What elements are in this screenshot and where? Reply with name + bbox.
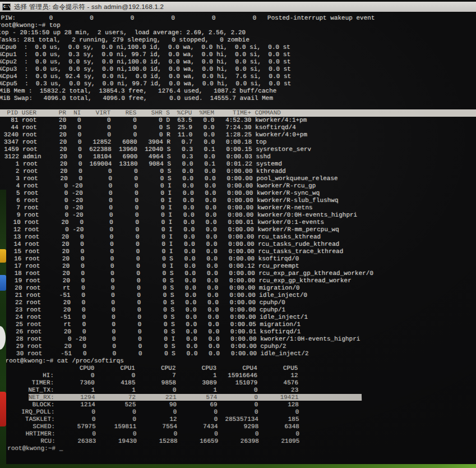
terminal-line: 3347 root 20 0 12852 6080 3904 R 0.7 0.0… — [0, 139, 476, 146]
terminal-line: TASKLET: 0 0 12 0 285357134 185 — [7, 416, 476, 423]
cmd-icon: C:\ — [2, 3, 11, 11]
terminal-line: 3 root 20 0 0 0 0 S 0.0 0.0 0:00.00 pool… — [1, 175, 476, 182]
terminal-line: 28 root 0 -20 0 0 0 I 0.0 0.0 0:00.00 kw… — [4, 336, 476, 343]
terminal-line: 18 root 20 0 0 0 0 S 0.0 0.0 0:00.00 rcu… — [3, 270, 476, 277]
terminal-line: SCHED: 57975 159811 7554 7434 9298 6348 — [7, 423, 476, 430]
terminal-line: 44 root 20 0 0 0 0 S 25.9 0.0 7:24.30 ks… — [0, 124, 476, 131]
terminal-line: BLOCK: 1214 525 90 69 0 128 — [6, 401, 476, 409]
terminal-line: Tasks: 281 total, 2 running, 279 sleepin… — [0, 36, 476, 44]
desktop-item-yellow-icon — [0, 249, 6, 263]
terminal-line: HI: 0 0 7 1 15916646 12 — [6, 372, 476, 379]
terminal-line: PIW: 0 0 0 0 0 0 Posted-interrupt wakeup… — [0, 15, 476, 22]
window-title: 选择 管理员: 命令提示符 - ssh admin@192.168.1.2 — [14, 3, 164, 11]
terminal-line: top - 20:15:50 up 28 min, 2 users, load … — [0, 29, 476, 36]
terminal-line: MiB Swap: 4096.0 total, 4096.0 free, 0.0… — [0, 95, 476, 102]
desktop-item-white-circle-icon — [0, 326, 6, 350]
terminal-output: PIW: 0 0 0 0 0 0 Posted-interrupt wakeup… — [0, 15, 476, 452]
screen-photo: { "window": { "title": "选择 管理员: 命令提示符 - … — [0, 0, 476, 468]
terminal-line: 15 root 20 0 0 0 0 I 0.0 0.0 0:00.00 rcu… — [3, 248, 476, 255]
terminal-line: 7 root 0 -20 0 0 0 I 0.0 0.0 0:00.00 kwo… — [2, 204, 476, 212]
terminal-line: 25 root rt 0 0 0 0 S 0.0 0.0 0:00.05 mig… — [4, 321, 476, 328]
terminal-line: 17 root 20 0 0 0 0 I 0.0 0.0 0:00.12 rcu… — [3, 263, 476, 270]
terminal-line: root@kwong:~# top — [0, 22, 476, 29]
terminal-line: NET_TX: 1 1 0 1 0 23 — [6, 387, 476, 394]
terminal-line: 22 root 20 0 0 0 0 S 0.0 0.0 0:00.00 cpu… — [4, 299, 476, 306]
terminal-line: 12 root 0 -20 0 0 0 I 0.0 0.0 0:00.00 kw… — [2, 226, 476, 233]
title-bar[interactable]: C:\ 选择 管理员: 命令提示符 - ssh admin@192.168.1.… — [0, 0, 476, 12]
terminal-line: RCU: 26383 19430 15288 16659 26398 21095 — [7, 438, 476, 445]
terminal-line: %Cpu1 : 0.0 us, 0.3 sy, 0.0 ni, 99.7 id,… — [0, 51, 476, 58]
terminal-line: 24 root -51 0 0 0 0 S 0.0 0.0 0:00.00 id… — [4, 314, 476, 321]
terminal-line: 1 root 20 0 169004 13180 9084 S 0.0 0.1 … — [1, 160, 476, 168]
terminal-line: 10 root 20 0 0 0 0 I 0.0 0.0 0:00.01 kwo… — [2, 219, 476, 226]
terminal-line: 2 root 20 0 0 0 0 S 0.0 0.0 0:00.00 kthr… — [1, 168, 476, 175]
terminal-line — [0, 102, 476, 109]
terminal-line: 3240 root 20 0 0 0 0 R 11.0 0.0 1:28.25 … — [0, 131, 476, 139]
terminal-line: PID USER PR NI VIRT RES SHR S %CPU %MEM … — [0, 109, 476, 117]
terminal-line: 3122 admin 20 0 18104 6900 4964 S 0.3 0.… — [1, 153, 476, 160]
terminal-line: %Cpu5 : 0.3 us, 0.0 sy, 0.0 ni, 99.7 id,… — [0, 80, 476, 88]
terminal-line: MiB Mem : 15832.2 total, 13854.3 free, 1… — [0, 88, 476, 95]
terminal-line: 5 root 0 -20 0 0 0 I 0.0 0.0 0:00.00 kwo… — [1, 190, 476, 197]
desktop-item-red-icon — [0, 392, 6, 426]
terminal-line: 16 root 20 0 0 0 0 S 0.0 0.0 0:00.00 kso… — [3, 255, 476, 263]
terminal-line: 30 root -51 0 0 0 0 S 0.0 0.0 0:00.00 id… — [5, 350, 476, 357]
desktop-item-blue-icon — [0, 275, 6, 291]
terminal-line: %Cpu0 : 0.0 us, 0.0 sy, 0.0 ni,100.0 id,… — [0, 44, 476, 51]
terminal-line: TIMER: 7360 4185 9858 3089 151079 4576 — [6, 379, 476, 387]
terminal-line: 21 root -51 0 0 0 0 S 0.0 0.0 0:00.00 id… — [4, 292, 476, 299]
terminal-line: 19 root 20 0 0 0 0 S 0.0 0.0 0:00.00 rcu… — [3, 277, 476, 285]
desktop-wallpaper-strip — [0, 190, 6, 468]
terminal-line: 20 root rt 0 0 0 0 S 0.0 0.0 0:00.00 mig… — [3, 285, 476, 292]
terminal-line: 23 root 20 0 0 0 0 S 0.0 0.0 0:00.00 cpu… — [4, 306, 476, 314]
terminal-line: IRQ_POLL: 0 0 0 0 0 0 — [7, 409, 476, 416]
terminal-line: 1459 root 20 0 622388 13960 12040 S 0.3 … — [1, 146, 476, 153]
terminal-line: NET_RX: 1294 72 221 574 0 19421 — [6, 394, 476, 401]
terminal-line: %Cpu2 : 0.0 us, 0.0 sy, 0.0 ni,100.0 id,… — [0, 58, 476, 66]
desktop-wallpaper-bottom — [0, 464, 476, 468]
terminal-line: 14 root 20 0 0 0 0 I 0.0 0.0 0:00.00 rcu… — [2, 241, 476, 248]
terminal-line: 81 root 20 0 0 0 0 D 63.5 0.0 4:52.30 kw… — [0, 117, 476, 124]
terminal-line: 29 root 20 0 0 0 0 S 0.0 0.0 0:00.00 cpu… — [5, 343, 476, 350]
terminal-line: 4 root 0 -20 0 0 0 I 0.0 0.0 0:00.00 kwo… — [1, 182, 476, 190]
terminal-line: %Cpu3 : 0.0 us, 0.0 sy, 0.0 ni,100.0 id,… — [0, 66, 476, 73]
terminal[interactable]: PIW: 0 0 0 0 0 0 Posted-interrupt wakeup… — [0, 12, 476, 468]
terminal-line: CPU0 CPU1 CPU2 CPU3 CPU4 CPU5 — [6, 365, 476, 372]
terminal-line: root@kwong:~# _ — [7, 445, 476, 452]
terminal-line: 9 root 0 -20 0 0 0 I 0.0 0.0 0:00.00 kwo… — [2, 212, 476, 219]
terminal-line: 6 root 0 -20 0 0 0 I 0.0 0.0 0:00.00 kwo… — [2, 197, 476, 204]
terminal-line: 26 root 20 0 0 0 0 S 0.0 0.0 0:00.01 kso… — [4, 328, 476, 336]
terminal-line: 13 root 20 0 0 0 0 I 0.0 0.0 0:00.00 rcu… — [2, 233, 476, 241]
terminal-line: HRTIMER: 0 0 0 0 0 0 — [7, 430, 476, 438]
terminal-line: %Cpu4 : 0.0 us, 92.4 sy, 0.0 ni, 0.0 id,… — [0, 73, 476, 80]
terminal-line: root@kwong:~# cat /proc/softirqs — [5, 357, 476, 365]
